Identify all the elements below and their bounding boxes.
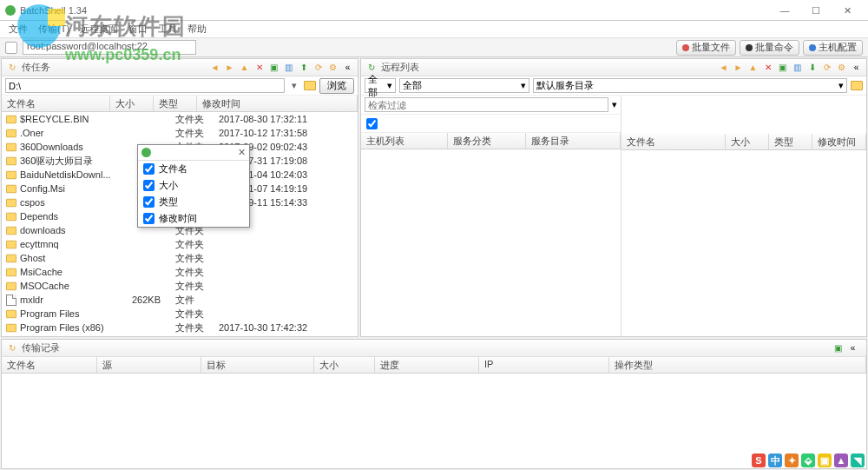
log-collapse-icon[interactable]: « (846, 341, 859, 354)
menu-remote[interactable]: 远程桌面 (75, 23, 123, 36)
column-context-menu: ✕ 文件名 大小 类型 修改时间 (137, 144, 250, 228)
ctx-item[interactable]: 修改时间 (138, 210, 249, 227)
r-refresh2-icon[interactable]: ⟳ (820, 61, 833, 74)
filter-all-1[interactable]: 全部 ▾ (365, 78, 396, 93)
col-name[interactable]: 文件名 (2, 96, 110, 111)
tray-status-icon[interactable]: 中 (768, 453, 782, 467)
filter-dropdown-icon[interactable]: ▾ (612, 99, 617, 110)
r-gear-icon[interactable]: ⚙ (835, 61, 848, 74)
batch-cmd-button[interactable]: 批量命令 (740, 40, 799, 56)
newfolder-icon[interactable]: ▣ (267, 61, 280, 74)
tray-icon-5[interactable]: ▲ (834, 453, 848, 467)
table-row[interactable]: MSOCache文件夹 (2, 279, 358, 293)
rcol-type[interactable]: 类型 (769, 134, 812, 149)
col-size[interactable]: 大小 (110, 96, 154, 111)
host-config-button[interactable]: 主机配置 (803, 40, 863, 56)
table-row[interactable]: .Oner文件夹2017-10-12 17:31:58 (2, 126, 358, 140)
rcol-mtime[interactable]: 修改时间 (812, 134, 866, 149)
tray-ime-icon[interactable]: S (752, 453, 766, 467)
menu-tools[interactable]: 工具 (153, 23, 182, 36)
ctx-item[interactable]: 文件名 (138, 161, 249, 177)
lcol-prog[interactable]: 进度 (375, 357, 479, 373)
select-all-checkbox[interactable] (366, 118, 378, 129)
tray-icon-4[interactable]: ▣ (818, 453, 832, 467)
r-open-folder-icon[interactable] (851, 81, 863, 90)
path-dropdown-icon[interactable]: ▾ (288, 80, 300, 91)
lcol-dst[interactable]: 目标 (201, 357, 314, 373)
back-icon[interactable]: ◄ (208, 61, 221, 74)
tray-icon-2[interactable]: ✦ (785, 453, 799, 467)
ctx-checkbox[interactable] (143, 180, 155, 191)
refresh2-icon[interactable]: ⟳ (312, 61, 325, 74)
local-path-input[interactable] (5, 78, 285, 93)
ctx-checkbox[interactable] (143, 196, 155, 208)
folder-icon (6, 198, 16, 206)
lcol-ip[interactable]: IP (479, 357, 609, 373)
refresh-icon[interactable]: ↻ (5, 61, 18, 74)
rcol-name[interactable]: 文件名 (621, 134, 726, 149)
ctx-item[interactable]: 类型 (138, 194, 249, 210)
table-row[interactable]: Record文件夹2017-10-30 13:31:12 (2, 334, 358, 336)
log-body[interactable] (2, 374, 866, 468)
ctx-close-icon[interactable]: ✕ (238, 147, 246, 158)
fwd-icon[interactable]: ► (223, 61, 236, 74)
up-icon[interactable]: ▲ (238, 61, 251, 74)
filter-all-2[interactable]: 全部▾ (399, 78, 529, 93)
lcol-src[interactable]: 源 (97, 357, 201, 373)
menu-transfer[interactable]: 传输(T) (33, 23, 75, 36)
app-icon (5, 5, 16, 16)
menu-file[interactable]: 文件 (3, 23, 33, 36)
tray-icon-6[interactable]: ◥ (851, 453, 865, 467)
table-row[interactable]: Ghost文件夹 (2, 251, 358, 265)
props-icon[interactable]: ▥ (282, 61, 295, 74)
log-clear-icon[interactable]: ▣ (832, 341, 845, 354)
gear-icon[interactable]: ⚙ (326, 61, 339, 74)
table-row[interactable]: mxldr262KB文件 (2, 293, 358, 307)
table-row[interactable]: Program Files (x86)文件夹2017-10-30 17:42:3… (2, 321, 358, 334)
r-fwd-icon[interactable]: ► (732, 61, 745, 74)
session-path[interactable]: root:password@localhost:22 (23, 40, 196, 55)
rcol-size[interactable]: 大小 (726, 134, 769, 149)
search-filter-input[interactable] (365, 97, 608, 112)
minimize-button[interactable]: — (769, 2, 800, 19)
col-mtime[interactable]: 修改时间 (197, 96, 358, 111)
menu-help[interactable]: 帮助 (182, 23, 212, 36)
remote-file-list[interactable] (621, 150, 866, 336)
log-title: 传输记录 (22, 341, 60, 354)
table-row[interactable]: ecyttmnq文件夹 (2, 237, 358, 251)
browse-button[interactable]: 浏览 (319, 78, 354, 94)
collapse-icon[interactable]: « (341, 61, 354, 74)
col-host[interactable]: 主机列表 (361, 133, 448, 149)
default-dir-select[interactable]: 默认服务目录▾ (533, 78, 847, 93)
close-button[interactable]: ✕ (832, 2, 863, 19)
col-type[interactable]: 类型 (154, 96, 197, 111)
lcol-size[interactable]: 大小 (314, 357, 375, 373)
table-row[interactable]: MsiCache文件夹 (2, 265, 358, 279)
ctx-checkbox[interactable] (143, 213, 155, 224)
col-dir[interactable]: 服务目录 (526, 133, 621, 149)
host-list[interactable] (361, 149, 621, 336)
r-download-icon[interactable]: ⬇ (806, 61, 819, 74)
r-back-icon[interactable]: ◄ (717, 61, 730, 74)
r-up-icon[interactable]: ▲ (746, 61, 760, 74)
menu-window[interactable]: 窗口 (123, 23, 153, 36)
open-folder-icon[interactable] (304, 81, 316, 90)
lcol-name[interactable]: 文件名 (2, 357, 97, 373)
r-props-icon[interactable]: ▥ (791, 61, 804, 74)
delete-icon[interactable]: ✕ (253, 61, 266, 74)
upload-icon[interactable]: ⬆ (297, 61, 310, 74)
ctx-item[interactable]: 大小 (138, 177, 249, 194)
col-svc[interactable]: 服务分类 (448, 133, 526, 149)
table-row[interactable]: Program Files文件夹 (2, 307, 358, 321)
table-row[interactable]: $RECYCLE.BIN文件夹2017-08-30 17:32:11 (2, 112, 358, 126)
folder-icon (6, 254, 16, 261)
ctx-checkbox[interactable] (143, 163, 155, 175)
r-newfolder-icon[interactable]: ▣ (776, 61, 789, 74)
tray-icon-3[interactable]: ⬙ (801, 453, 815, 467)
r-collapse-icon[interactable]: « (850, 61, 863, 74)
lcol-op[interactable]: 操作类型 (609, 357, 866, 373)
maximize-button[interactable]: ☐ (800, 2, 832, 19)
r-delete-icon[interactable]: ✕ (761, 61, 774, 74)
batch-file-button[interactable]: 批量文件 (676, 40, 736, 56)
log-refresh-icon[interactable]: ↻ (5, 341, 18, 354)
